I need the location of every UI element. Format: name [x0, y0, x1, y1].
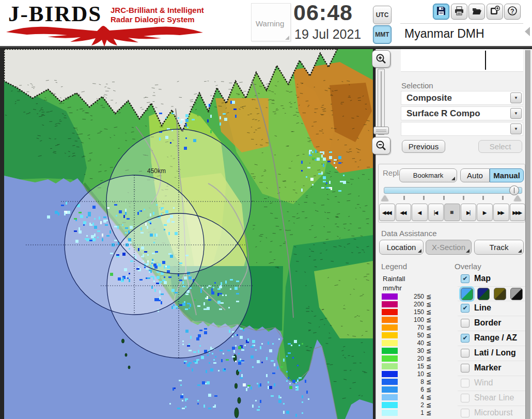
checkbox[interactable]: [461, 409, 470, 417]
map-style-row: [458, 287, 529, 301]
zoom-slider-handle[interactable]: [373, 127, 389, 134]
track-label: Track: [490, 243, 509, 252]
checkbox[interactable]: ✔: [461, 334, 470, 343]
help-button[interactable]: ?: [504, 4, 521, 20]
location-button[interactable]: Location: [379, 240, 424, 255]
auto-mode-button[interactable]: Auto: [460, 168, 490, 182]
fast-rewind-button[interactable]: ◀◀: [396, 204, 412, 221]
step-forward-button[interactable]: ▶|: [461, 204, 477, 221]
legend-comparator: ≦: [426, 409, 431, 416]
slider-end-marker-icon: [514, 195, 521, 201]
slider-tick: [463, 196, 464, 200]
map-style-swatch-1[interactable]: [461, 288, 473, 300]
fastest-forward-button[interactable]: ▶▶▶: [510, 204, 526, 221]
legend-swatch: [382, 410, 398, 416]
map-style-swatch-4[interactable]: [510, 288, 523, 300]
legend-swatch: [382, 348, 398, 354]
overlay-option-shear-line[interactable]: Shear Line: [458, 391, 529, 406]
bookmark-button[interactable]: Bookmark: [399, 168, 457, 182]
legend-value: 6: [402, 386, 424, 393]
legend-comparator: ≦: [426, 363, 431, 370]
legend-swatch: [382, 332, 398, 338]
selection-dropdown-3[interactable]: ▼: [401, 122, 523, 136]
overlay-option-border[interactable]: Border: [458, 316, 529, 331]
selection-dropdown-2[interactable]: Surface R Compo ▼: [401, 106, 523, 120]
resize-grip-icon[interactable]: [285, 36, 289, 40]
step-back-button[interactable]: |◀: [428, 204, 444, 221]
panel-collapse-arrow-icon[interactable]: [525, 27, 530, 36]
print-button[interactable]: [451, 4, 467, 20]
map-style-swatch-3[interactable]: [494, 288, 506, 300]
panel-title-separator: [400, 23, 523, 24]
checkbox[interactable]: [461, 349, 470, 358]
legend-swatch: [382, 402, 398, 408]
warning-panel[interactable]: Warning: [251, 3, 291, 41]
overlay-option-label: Shear Line: [474, 393, 514, 402]
open-folder-button[interactable]: [468, 4, 485, 20]
checkbox[interactable]: [461, 364, 470, 373]
radar-map[interactable]: 450km: [4, 49, 373, 419]
x-section-button[interactable]: X-Section: [426, 240, 472, 255]
selection-section-label: Selection: [401, 81, 433, 90]
overlay-option-marker[interactable]: Marker: [458, 361, 529, 376]
play-reverse-button[interactable]: ◀: [412, 204, 428, 221]
slider-tick: [482, 196, 484, 200]
selection-dropdown-1[interactable]: Composite ▼: [401, 91, 523, 105]
radar-map-canvas[interactable]: 450km: [4, 49, 373, 419]
overlay-option-lati-long[interactable]: Lati / Long: [458, 346, 529, 361]
overlay-option-microburst[interactable]: Microburst: [458, 406, 529, 419]
legend-comparator: ≦: [426, 293, 431, 300]
replay-slider-track[interactable]: [384, 187, 522, 194]
tagline-line1: JRC-Brilliant & Intelligent: [111, 6, 204, 15]
checkbox[interactable]: ✔: [461, 304, 470, 313]
legend-row: 40≦: [382, 339, 449, 347]
checkbox[interactable]: ✔: [461, 274, 470, 283]
legend-row: 250≦: [382, 293, 449, 301]
selection-dropdown-2-value: Surface R Compo: [406, 108, 480, 119]
chevron-down-icon[interactable]: ▼: [510, 123, 522, 134]
save-button[interactable]: [433, 4, 449, 20]
legend-value: 250: [402, 293, 424, 300]
capture-button[interactable]: [487, 4, 503, 20]
chevron-down-icon[interactable]: ▼: [510, 108, 522, 119]
legend-comparator: ≦: [426, 339, 431, 347]
play-button[interactable]: ▶: [477, 204, 493, 221]
select-button[interactable]: Select: [478, 140, 522, 153]
checkbox[interactable]: [461, 379, 470, 387]
track-button[interactable]: Track: [474, 240, 524, 255]
zoom-in-button[interactable]: [372, 50, 390, 68]
chevron-down-icon[interactable]: ▼: [510, 92, 522, 103]
legend-value: 150: [402, 308, 424, 316]
range-distance-label: 450km: [147, 167, 166, 175]
stop-button[interactable]: ■: [444, 204, 460, 221]
mmt-button[interactable]: MMT: [373, 25, 392, 44]
replay-slider-handle[interactable]: [509, 185, 519, 195]
panel-scrollbar[interactable]: [525, 50, 530, 419]
overlay-option-line[interactable]: ✔Line: [458, 301, 529, 316]
overlay-option-map[interactable]: ✔Map: [458, 272, 529, 287]
fast-forward-button[interactable]: ▶▶: [493, 204, 509, 221]
legend-value: 20: [402, 355, 424, 362]
previous-button[interactable]: Previous: [402, 140, 445, 153]
map-style-swatch-2[interactable]: [477, 288, 490, 300]
checkbox[interactable]: [461, 319, 470, 328]
legend-row: 50≦: [382, 332, 449, 339]
overlay-option-range-az[interactable]: ✔Range / AZ: [458, 331, 529, 346]
utc-button[interactable]: UTC: [373, 6, 392, 24]
zoom-out-button[interactable]: [372, 137, 390, 154]
legend-swatch: [382, 309, 398, 315]
legend-row: 4≦: [382, 394, 449, 401]
status-box-divider: [485, 51, 486, 70]
legend-value: 40: [402, 339, 424, 347]
manual-mode-button[interactable]: Manual: [490, 168, 524, 182]
overlay-option-wind[interactable]: Wind: [458, 376, 529, 391]
fastest-rewind-button[interactable]: ◀◀◀: [379, 204, 395, 221]
legend-value: 4: [402, 394, 424, 401]
checkbox[interactable]: [461, 394, 470, 402]
overlay-option-label: Map: [474, 274, 491, 283]
playback-controls: ◀◀◀◀◀◀|◀■▶|▶▶▶▶▶▶: [379, 204, 525, 221]
overlay-option-label: Microburst: [474, 408, 513, 417]
legend-row: 15≦: [382, 363, 449, 370]
legend-value: 70: [402, 324, 424, 331]
zoom-slider-track[interactable]: [378, 69, 385, 135]
